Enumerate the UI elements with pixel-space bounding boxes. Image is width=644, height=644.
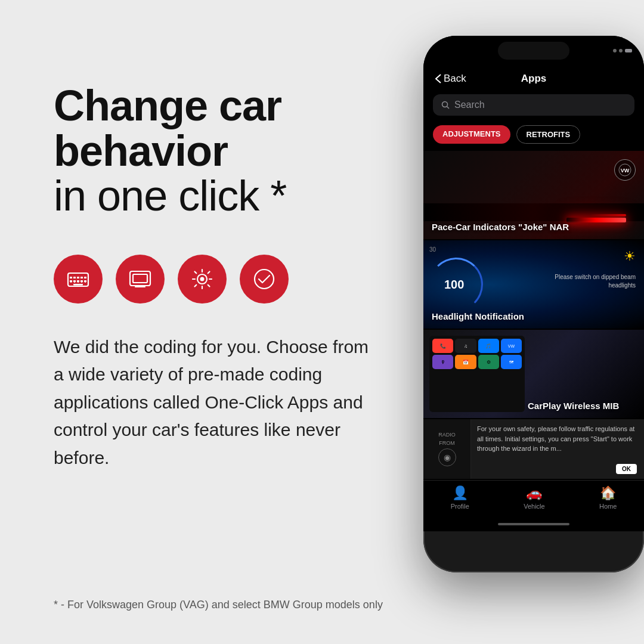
- signal-icon: [613, 49, 617, 52]
- tab-retrofits-label: RETROFITS: [527, 130, 571, 139]
- card-2-title: Headlight Notification: [432, 311, 524, 321]
- app-card-pace-car[interactable]: VW Pace-Car Indicators "Joke" NAR: [423, 151, 644, 239]
- home-label: Home: [599, 503, 617, 510]
- battery-icon: [625, 49, 632, 52]
- svg-rect-26: [133, 274, 147, 283]
- home-bar: [498, 523, 569, 525]
- tab-adjustments[interactable]: ADJUSTMENTS: [433, 125, 510, 144]
- svg-line-31: [447, 107, 450, 109]
- card-4-text: For your own safety, please follow traff…: [477, 424, 638, 454]
- checkmark-icon: [251, 266, 277, 292]
- app-card-headlight[interactable]: 100 30 ☀ Please switch on dipped beam he…: [423, 240, 644, 329]
- svg-rect-16: [84, 277, 86, 278]
- card-3-title: CarPlay Wireless MIB: [528, 401, 636, 411]
- app-cards-container: VW Pace-Car Indicators "Joke" NAR 100 30: [423, 151, 644, 480]
- headline-regular: in one click *: [54, 172, 286, 219]
- nav-item-profile[interactable]: 👤 Profile: [451, 485, 469, 510]
- app-card-settings[interactable]: RADIO FROM ◉ For your own safety, please…: [423, 419, 644, 479]
- phone-frame: Back Apps Search ADJUSTMENTS: [423, 36, 644, 572]
- nav-item-home[interactable]: 🏠 Home: [599, 485, 617, 510]
- back-button[interactable]: Back: [435, 73, 466, 85]
- footnote: * - For Volkswagen Group (VAG) and selec…: [54, 599, 383, 611]
- status-indicators: [613, 49, 632, 52]
- svg-rect-20: [80, 280, 83, 282]
- nav-title: Apps: [521, 73, 547, 85]
- app-card-carplay[interactable]: 📞 ♫ 🎵 VW 🎙 📅 ⚙ 🗺 CarPlay Wir: [423, 330, 644, 418]
- headline-bold: Change car behavior: [54, 82, 281, 175]
- back-label: Back: [444, 73, 466, 85]
- bottom-nav: 👤 Profile 🚗 Vehicle 🏠 Home: [423, 480, 644, 519]
- profile-icon: 👤: [452, 485, 468, 501]
- sun-icon: ☀: [624, 249, 636, 264]
- svg-point-30: [442, 102, 448, 107]
- tab-retrofits[interactable]: RETROFITS: [516, 125, 581, 144]
- page-wrapper: Change car behavior in one click *: [0, 0, 644, 644]
- card-4-subtitle: For your own safety, please follow traff…: [477, 425, 634, 452]
- home-indicator: [423, 519, 644, 531]
- svg-rect-14: [77, 277, 79, 278]
- svg-point-29: [255, 270, 274, 289]
- refresh-icon-circle: [178, 255, 227, 304]
- search-container: Search: [423, 89, 644, 123]
- nav-item-vehicle[interactable]: 🚗 Vehicle: [524, 485, 544, 510]
- tabs-container: ADJUSTMENTS RETROFITS: [423, 123, 644, 151]
- svg-rect-18: [73, 280, 76, 282]
- svg-rect-19: [77, 280, 79, 282]
- svg-rect-21: [84, 280, 86, 282]
- vehicle-label: Vehicle: [524, 503, 544, 510]
- vw-logo: VW: [614, 159, 636, 181]
- main-headline: Change car behavior in one click *: [54, 83, 382, 219]
- svg-rect-17: [70, 280, 72, 282]
- status-bar: [423, 36, 644, 66]
- display-icon-circle: [116, 255, 165, 304]
- dynamic-island: [498, 42, 569, 60]
- vehicle-icon: 🚗: [526, 485, 542, 501]
- wifi-icon: [619, 49, 623, 52]
- phone-navigation: Back Apps: [423, 66, 644, 89]
- svg-rect-15: [80, 277, 83, 278]
- home-icon: 🏠: [600, 485, 616, 501]
- keyboard-icon: [65, 266, 91, 292]
- search-icon: [441, 101, 450, 109]
- phone-mockup: Back Apps Search ADJUSTMENTS: [423, 36, 644, 608]
- profile-label: Profile: [451, 503, 469, 510]
- chevron-left-icon: [435, 74, 441, 83]
- body-text: We did the coding for you. Choose from a…: [54, 333, 382, 472]
- tab-adjustments-label: ADJUSTMENTS: [442, 129, 501, 138]
- display-icon: [127, 266, 153, 292]
- svg-point-28: [200, 277, 205, 281]
- keyboard-icon-circle: [54, 255, 103, 304]
- svg-text:VW: VW: [621, 168, 630, 174]
- gauge-number: 100: [444, 278, 464, 292]
- card-2-subtitle: Please switch on dipped beam headlights: [555, 274, 636, 289]
- search-placeholder: Search: [454, 100, 485, 110]
- svg-rect-13: [73, 277, 76, 278]
- svg-rect-22: [73, 284, 83, 286]
- svg-rect-12: [70, 277, 72, 278]
- settings-icon: [189, 266, 215, 292]
- icons-row: [54, 255, 382, 304]
- card-1-title: Pace-Car Indicators "Joke" NAR: [432, 222, 569, 232]
- search-bar[interactable]: Search: [433, 94, 634, 116]
- check-icon-circle: [240, 255, 289, 304]
- left-content: Change car behavior in one click *: [0, 0, 429, 644]
